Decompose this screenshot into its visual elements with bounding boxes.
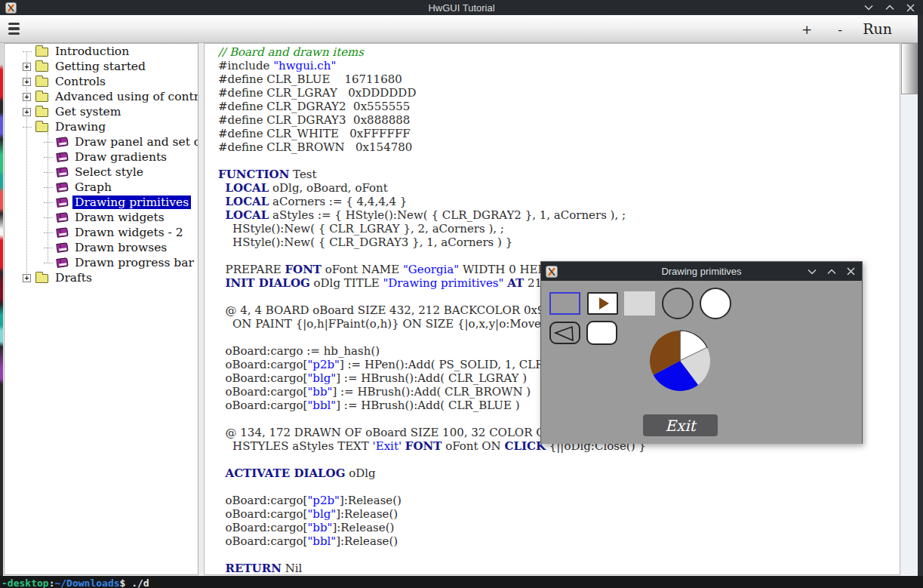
vertical-scrollbar[interactable] bbox=[901, 43, 918, 576]
tree-connector bbox=[44, 263, 53, 263]
expand-toggle[interactable]: + bbox=[23, 93, 31, 101]
maximize-button[interactable] bbox=[885, 3, 894, 12]
tree-connector bbox=[44, 217, 53, 218]
menu-button[interactable] bbox=[8, 21, 25, 36]
left-triangle-rounded-rect-shape bbox=[549, 322, 580, 344]
expand-toggle[interactable]: + bbox=[23, 108, 31, 116]
tree-connector bbox=[44, 202, 53, 203]
tree-item[interactable]: Drawn widgets bbox=[5, 210, 198, 225]
close-button[interactable] bbox=[906, 3, 915, 12]
book-icon bbox=[56, 137, 69, 147]
tree-item-label: Get system bbox=[53, 105, 123, 119]
play-triangle-icon bbox=[599, 297, 609, 309]
run-button[interactable]: Run bbox=[863, 20, 892, 37]
tree-item[interactable]: +Advanced using of controls bbox=[5, 89, 198, 104]
tree-item[interactable]: Select style bbox=[5, 165, 198, 180]
folder-icon bbox=[35, 274, 48, 283]
book-icon bbox=[56, 152, 69, 162]
left-triangle-icon bbox=[551, 323, 579, 343]
tree-item[interactable]: +Getting started bbox=[5, 59, 198, 74]
tree-item-label: Graph bbox=[72, 180, 114, 194]
chevron-down-icon bbox=[808, 269, 817, 275]
background-window-left-edge bbox=[0, 43, 3, 576]
code-line: LOCAL aStyles := { HStyle():New( { CLR_D… bbox=[218, 208, 900, 222]
title-bar: HwGUI Tutorial bbox=[0, 0, 923, 15]
code-line bbox=[218, 453, 900, 466]
tree-item[interactable]: Introduction bbox=[5, 44, 198, 59]
code-line bbox=[218, 154, 900, 168]
close-icon bbox=[906, 4, 915, 12]
code-line bbox=[218, 548, 900, 562]
book-icon bbox=[56, 212, 69, 223]
tree-connector bbox=[44, 232, 53, 233]
code-line: #define CLR_WHITE 0xFFFFFF bbox=[218, 127, 900, 140]
window-controls bbox=[863, 0, 915, 15]
folder-icon bbox=[35, 123, 48, 132]
tree-item[interactable]: +Drafts bbox=[5, 270, 198, 285]
tree-connector bbox=[23, 127, 32, 128]
folder-icon bbox=[35, 48, 48, 57]
hamburger-icon bbox=[8, 23, 20, 26]
dialog-board: Exit bbox=[541, 281, 862, 444]
window-title: HwGUI Tutorial bbox=[0, 2, 923, 14]
tree-connector bbox=[23, 51, 32, 52]
tree-item[interactable]: Draw panel and set col... bbox=[5, 134, 198, 149]
tree-connector bbox=[44, 142, 53, 143]
toolbar: + - Run bbox=[0, 15, 918, 43]
drawing-primitives-dialog: Drawing primitives bbox=[540, 261, 863, 444]
scrollbar-thumb[interactable] bbox=[901, 43, 918, 94]
exit-button[interactable]: Exit bbox=[643, 414, 718, 436]
tree-item[interactable]: +Get system bbox=[5, 104, 198, 119]
tree-item[interactable]: Drawn browses bbox=[5, 240, 198, 255]
white-rounded-rect-shape bbox=[586, 321, 617, 345]
dialog-title-bar: Drawing primitives bbox=[541, 262, 862, 281]
expand-toggle[interactable]: + bbox=[23, 78, 31, 86]
tree-connector bbox=[44, 187, 53, 188]
dialog-close-button[interactable] bbox=[846, 267, 856, 276]
code-line: #define CLR_DGRAY3 0x888888 bbox=[218, 113, 900, 127]
tree-item[interactable]: Drawing bbox=[5, 119, 198, 134]
tutorial-tree[interactable]: Introduction+Getting started+Controls+Ad… bbox=[4, 43, 198, 575]
code-line: oBoard:cargo["p2b"]:Release() bbox=[218, 494, 900, 507]
tree-item-label: Getting started bbox=[53, 60, 148, 73]
code-line: #define CLR_LGRAY 0xDDDDDD bbox=[218, 86, 900, 100]
expand-toggle[interactable]: + bbox=[23, 63, 31, 71]
tree-item[interactable]: Drawn progress bar bbox=[5, 255, 198, 270]
book-icon bbox=[56, 227, 69, 238]
tree-item[interactable]: Drawing primitives bbox=[5, 195, 198, 210]
zoom-in-button[interactable]: + bbox=[790, 22, 823, 37]
outline-circle-shape bbox=[662, 288, 694, 319]
tree-item-label: Drawn widgets - 2 bbox=[72, 226, 186, 239]
book-icon bbox=[56, 257, 69, 268]
folder-icon bbox=[35, 78, 48, 87]
code-line: oBoard:cargo["blg"]:Release() bbox=[218, 507, 900, 521]
tree-item-label: Draw panel and set col... bbox=[72, 135, 198, 149]
background-terminal: -desktop:~/Downloads$ ./d bbox=[0, 576, 923, 588]
code-line: FUNCTION Test bbox=[218, 168, 900, 181]
code-line: LOCAL aCorners := { 4,4,4,4 } bbox=[218, 195, 900, 208]
dialog-minimize-button[interactable] bbox=[807, 267, 817, 276]
tree-item[interactable]: Drawn widgets - 2 bbox=[5, 225, 198, 240]
tree-item-label: Controls bbox=[53, 75, 108, 88]
tree-item-label: Drawing primitives bbox=[72, 195, 191, 209]
zoom-out-button[interactable]: - bbox=[823, 22, 857, 37]
tree-item[interactable]: +Controls bbox=[5, 74, 198, 89]
chevron-up-icon bbox=[885, 5, 894, 11]
tree-connector bbox=[44, 157, 53, 158]
tree-item-label: Drawn progress bar bbox=[72, 256, 196, 269]
book-icon bbox=[56, 197, 69, 208]
expand-toggle[interactable]: + bbox=[23, 274, 31, 282]
folder-icon bbox=[35, 108, 48, 117]
folder-icon bbox=[35, 93, 48, 102]
code-line: HStyle():New( { CLR_LGRAY }, 2, aCorners… bbox=[218, 222, 900, 236]
code-line: ACTIVATE DIALOG oDlg bbox=[218, 466, 900, 480]
code-line: LOCAL oDlg, oBoard, oFont bbox=[218, 181, 900, 195]
minimize-button[interactable] bbox=[863, 3, 873, 12]
tree-item[interactable]: Draw gradients bbox=[5, 149, 198, 165]
chevron-up-icon bbox=[827, 269, 836, 275]
code-line: RETURN Nil bbox=[218, 562, 900, 575]
code-line: // Board and drawn items bbox=[218, 45, 900, 59]
dialog-maximize-button[interactable] bbox=[826, 267, 836, 276]
tree-item[interactable]: Graph bbox=[5, 180, 198, 195]
tree-connector bbox=[44, 172, 53, 173]
